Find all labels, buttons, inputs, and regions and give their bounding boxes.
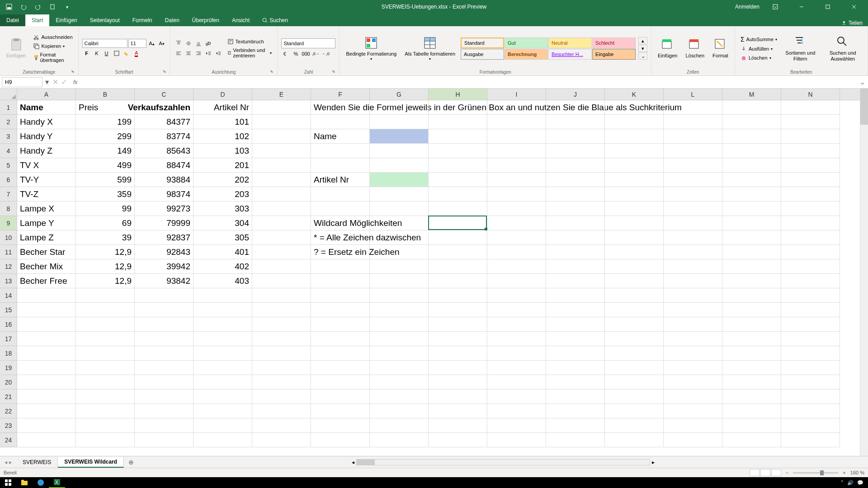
cell-D4[interactable]: 103	[193, 144, 252, 158]
cell-J8[interactable]	[546, 202, 605, 216]
cell-A21[interactable]	[17, 389, 76, 404]
cell-A22[interactable]	[17, 404, 76, 418]
cell-L10[interactable]	[664, 230, 722, 245]
zoom-out-icon[interactable]: −	[786, 470, 788, 475]
decrease-decimal-icon[interactable]: ←,0	[321, 49, 330, 58]
cell-B8[interactable]: 99	[76, 202, 135, 216]
file-explorer-icon[interactable]	[16, 477, 33, 488]
cell-F21[interactable]	[311, 389, 370, 404]
cell-L3[interactable]	[664, 129, 722, 144]
cell-D7[interactable]: 203	[193, 187, 252, 202]
hscroll-left-icon[interactable]: ◂	[350, 459, 356, 465]
cell-L4[interactable]	[664, 144, 722, 158]
cell-J16[interactable]	[546, 317, 605, 332]
cell-J20[interactable]	[546, 375, 605, 389]
sheet-tab-sverweis[interactable]: SVERWEIS	[16, 457, 58, 467]
cell-J24[interactable]	[546, 433, 605, 447]
row-header-14[interactable]: 14	[0, 288, 17, 303]
cell-J3[interactable]	[546, 129, 605, 144]
cell-I9[interactable]	[487, 216, 546, 230]
cell-M22[interactable]	[722, 404, 781, 418]
row-header-11[interactable]: 11	[0, 245, 17, 259]
wrap-text-button[interactable]: Textumbruch	[226, 38, 274, 46]
undo-icon[interactable]	[18, 1, 29, 12]
name-box[interactable]: H9	[2, 77, 42, 87]
cell-H17[interactable]	[429, 332, 487, 346]
cell-H24[interactable]	[429, 433, 487, 447]
align-right-icon[interactable]	[194, 49, 203, 58]
cell-F6[interactable]: Artikel Nr	[311, 173, 370, 187]
cell-G19[interactable]	[370, 361, 429, 375]
column-header-M[interactable]: M	[722, 89, 781, 100]
cell-L14[interactable]	[664, 288, 722, 303]
cell-style-besuchter[interactable]: Besuchter H...	[548, 49, 592, 60]
cell-L8[interactable]	[664, 202, 722, 216]
tray-volume-icon[interactable]: 🔊	[847, 480, 854, 486]
cell-E5[interactable]	[252, 158, 311, 173]
decrease-font-icon[interactable]: A▾	[157, 39, 166, 48]
cell-F22[interactable]	[311, 404, 370, 418]
cell-G17[interactable]	[370, 332, 429, 346]
cell-M10[interactable]	[722, 230, 781, 245]
cell-A17[interactable]	[17, 332, 76, 346]
cell-N21[interactable]	[781, 389, 840, 404]
cell-N3[interactable]	[781, 129, 840, 144]
paste-button[interactable]: Einfügen	[4, 36, 28, 61]
cell-J12[interactable]	[546, 259, 605, 274]
cell-C13[interactable]: 93842	[135, 274, 193, 288]
cell-A2[interactable]: Handy X	[17, 115, 76, 129]
cell-B9[interactable]: 69	[76, 216, 135, 230]
tab-datei[interactable]: Datei	[0, 14, 25, 26]
touch-mode-icon[interactable]	[47, 1, 58, 12]
cell-A18[interactable]	[17, 346, 76, 361]
cell-J18[interactable]	[546, 346, 605, 361]
cell-L17[interactable]	[664, 332, 722, 346]
cell-J5[interactable]	[546, 158, 605, 173]
browser-icon[interactable]	[33, 477, 49, 488]
cell-H10[interactable]	[429, 230, 487, 245]
cell-D6[interactable]: 202	[193, 173, 252, 187]
cell-L24[interactable]	[664, 433, 722, 447]
cell-F12[interactable]	[311, 259, 370, 274]
cell-I19[interactable]	[487, 361, 546, 375]
cell-J7[interactable]	[546, 187, 605, 202]
minimize-icon[interactable]	[791, 0, 812, 14]
cell-G22[interactable]	[370, 404, 429, 418]
column-header-I[interactable]: I	[487, 89, 546, 100]
cell-M8[interactable]	[722, 202, 781, 216]
cell-G24[interactable]	[370, 433, 429, 447]
cell-L9[interactable]	[664, 216, 722, 230]
cell-A20[interactable]	[17, 375, 76, 389]
cell-F8[interactable]	[311, 202, 370, 216]
cell-C12[interactable]: 39942	[135, 259, 193, 274]
cell-A12[interactable]: Becher Mix	[17, 259, 76, 274]
cell-N1[interactable]	[781, 100, 840, 115]
row-header-2[interactable]: 2	[0, 115, 17, 129]
cell-I4[interactable]	[487, 144, 546, 158]
cell-B18[interactable]	[76, 346, 135, 361]
bold-button[interactable]: F	[82, 49, 91, 58]
cell-E6[interactable]	[252, 173, 311, 187]
search-box[interactable]: Suchen	[256, 14, 294, 26]
cell-J22[interactable]	[546, 404, 605, 418]
cell-F10[interactable]: * = Alle Zeichen dazwischen	[311, 230, 370, 245]
cell-B6[interactable]: 599	[76, 173, 135, 187]
cell-G12[interactable]	[370, 259, 429, 274]
cell-N11[interactable]	[781, 245, 840, 259]
cell-A16[interactable]	[17, 317, 76, 332]
formula-expand-icon[interactable]: ⌄	[857, 78, 868, 86]
cell-F17[interactable]	[311, 332, 370, 346]
cell-H21[interactable]	[429, 389, 487, 404]
vertical-scrollbar[interactable]	[860, 89, 868, 456]
cell-L22[interactable]	[664, 404, 722, 418]
cell-F19[interactable]	[311, 361, 370, 375]
cell-M5[interactable]	[722, 158, 781, 173]
cell-J9[interactable]	[546, 216, 605, 230]
sort-filter-button[interactable]: Sortieren und Filtern	[782, 33, 819, 64]
cell-D19[interactable]	[193, 361, 252, 375]
share-button[interactable]: Teilen	[841, 20, 863, 26]
copy-button[interactable]: Kopieren▾	[31, 42, 74, 50]
format-as-table-button[interactable]: Als Tabelle formatieren▾	[402, 34, 458, 63]
fill-button[interactable]: Ausfüllen▾	[739, 45, 779, 53]
tab-seitenlayout[interactable]: Seitenlayout	[84, 14, 126, 26]
